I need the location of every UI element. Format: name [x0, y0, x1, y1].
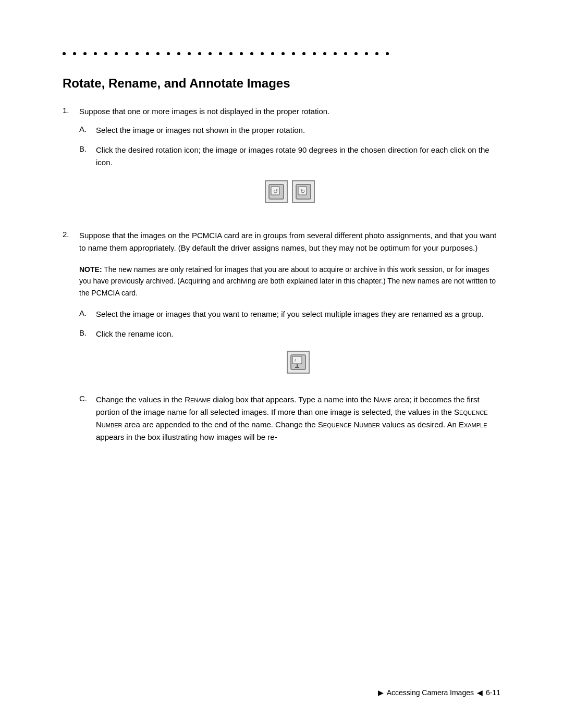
item-number: 1. [63, 105, 79, 115]
item-text: Suppose that the images on the PCMCIA ca… [79, 229, 500, 254]
sub-text: Click the desired rotation icon; the ima… [96, 144, 500, 169]
smallcaps-seqnum1: Sequence Number [96, 408, 487, 429]
item-content: Suppose that one or more images is not d… [79, 105, 500, 217]
footer-arrow-left: ◀ [477, 688, 483, 697]
smallcaps-name: Name [374, 395, 392, 404]
page-container: Rotate, Rename, and Annotate Images 1. S… [0, 0, 563, 728]
rotate-right-icon: ↻ [292, 180, 315, 203]
item-number: 2. [63, 229, 79, 239]
sub-content: Select the image or images that you want… [96, 308, 500, 320]
lettered-item: B. Click the desired rotation icon; the … [79, 144, 500, 169]
lettered-item: C. Change the values in the Rename dialo… [79, 393, 500, 443]
rotate-left-icon: ↺ [265, 180, 288, 203]
lettered-item: A. Select the image or images not shown … [79, 124, 500, 137]
footer-page-number: 6-11 [486, 688, 500, 697]
rename-icon-area: I [96, 351, 500, 374]
numbered-list: 1. Suppose that one or more images is no… [63, 105, 500, 451]
rename-icon: I [287, 351, 310, 374]
note-label: NOTE: [79, 265, 102, 274]
item-text: Suppose that one or more images is not d… [79, 105, 500, 118]
svg-rect-7 [292, 356, 302, 364]
smallcaps-rename: Rename [185, 395, 211, 404]
footer-label: Accessing Camera Images [387, 688, 474, 697]
sub-text: Click the rename icon. [96, 328, 500, 340]
svg-text:↺: ↺ [273, 188, 278, 194]
footer-nav: ▶ Accessing Camera Images ◀ 6-11 [378, 688, 500, 697]
sub-content: Change the values in the Rename dialog b… [96, 393, 500, 443]
item-content: Suppose that the images on the PCMCIA ca… [79, 229, 500, 451]
sub-text: Select the image or images that you want… [96, 308, 500, 320]
lettered-item: A. Select the image or images that you w… [79, 308, 500, 320]
lettered-item: B. Click the rename icon. [79, 328, 500, 386]
note-box: NOTE: The new names are only retained fo… [79, 264, 500, 299]
lettered-list: A. Select the image or images not shown … [79, 124, 500, 169]
dot-separator [63, 42, 500, 55]
sub-text-c: Change the values in the Rename dialog b… [96, 393, 500, 443]
rotation-icons-area: ↺ ↻ [79, 180, 500, 203]
sub-letter: B. [79, 328, 96, 337]
footer-arrow-right: ▶ [378, 688, 384, 697]
section-title: Rotate, Rename, and Annotate Images [63, 76, 500, 91]
sub-content: Click the rename icon. I [96, 328, 500, 386]
list-item: 2. Suppose that the images on the PCMCIA… [63, 229, 500, 451]
sub-content: Select the image or images not shown in … [96, 124, 500, 137]
list-item: 1. Suppose that one or more images is no… [63, 105, 500, 217]
sub-content: Click the desired rotation icon; the ima… [96, 144, 500, 169]
svg-text:↻: ↻ [300, 188, 305, 194]
sub-letter: A. [79, 308, 96, 317]
sub-letter: A. [79, 124, 96, 133]
smallcaps-example: Example [459, 420, 487, 429]
sub-letter: B. [79, 144, 96, 153]
smallcaps-seqnum2: Sequence Number [318, 420, 380, 429]
note-text: The new names are only retained for imag… [79, 265, 496, 297]
sub-text: Select the image or images not shown in … [96, 124, 500, 137]
lettered-list: A. Select the image or images that you w… [79, 308, 500, 443]
sub-letter: C. [79, 393, 96, 403]
